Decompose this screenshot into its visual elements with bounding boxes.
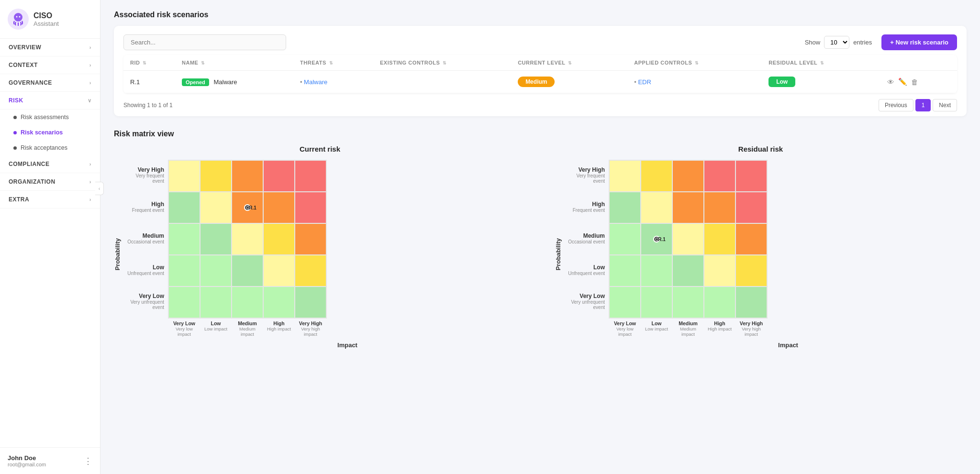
cell-current-level: Medium — [511, 71, 627, 93]
matrix-grid-area: Very HighVery frequent eventHighFrequent… — [125, 160, 526, 319]
matrix-col-labels: Very LowVery low impactLowLow impactMedi… — [610, 320, 967, 337]
risk-matrices-container: Current risk Probability Very HighVery f… — [114, 145, 967, 349]
sidebar-item-overview[interactable]: OVERVIEW › — [0, 39, 100, 56]
matrix-row-label: HighFrequent event — [566, 191, 609, 222]
sidebar-item-risk-acceptances[interactable]: Risk acceptances — [0, 140, 100, 155]
matrix-row-label: HighFrequent event — [125, 191, 168, 222]
threat-link[interactable]: Malware — [304, 78, 327, 86]
sidebar-item-governance[interactable]: GOVERNANCE › — [0, 74, 100, 92]
current-level-badge: Medium — [518, 77, 555, 87]
matrix-col-label: LowLow impact — [641, 320, 672, 337]
control-link[interactable]: EDR — [638, 78, 651, 86]
risk-point-label: R.1 — [249, 205, 256, 210]
matrix-cell — [264, 287, 294, 318]
matrix-cell — [641, 161, 672, 191]
matrix-cell — [736, 161, 767, 191]
risk-matrix-section: Risk matrix view Current risk Probabilit… — [114, 130, 967, 349]
matrix-grid-area: Very HighVery frequent eventHighFrequent… — [566, 160, 967, 319]
sidebar-item-organization[interactable]: ORGANIZATION › — [0, 173, 100, 191]
matrix-row-label: MediumOccasional event — [125, 223, 168, 254]
matrix-col-label: Very HighVery high impact — [736, 320, 767, 337]
risk-matrix-title: Risk matrix view — [114, 130, 967, 138]
col-rid[interactable]: RID ⇅ — [123, 55, 175, 71]
sidebar-item-risk[interactable]: RISK ∨ — [0, 92, 100, 110]
dot-icon — [13, 146, 17, 150]
new-risk-scenario-button[interactable]: + New risk scenario — [881, 34, 957, 50]
sort-icon: ⇅ — [201, 61, 205, 66]
search-input[interactable] — [123, 34, 286, 50]
col-current-level[interactable]: CURRENT LEVEL ⇅ — [511, 55, 627, 71]
next-page-button[interactable]: Next — [933, 99, 957, 111]
matrix-cell — [169, 287, 200, 318]
col-threats[interactable]: THREATS ⇅ — [293, 55, 373, 71]
logo-ciso: CISO — [33, 11, 59, 20]
matrix-cell — [200, 287, 231, 318]
chevron-right-icon: › — [89, 197, 91, 202]
matrix-row-label: LowUnfrequent event — [566, 254, 609, 285]
residual-risk-matrix: Residual risk Probability Very HighVery … — [555, 145, 967, 349]
matrix-cell — [264, 224, 294, 254]
table-row: R.1 Opened Malware Malware Medium EDR — [123, 71, 957, 93]
chevron-right-icon: › — [89, 80, 91, 86]
delete-icon[interactable]: 🗑 — [911, 78, 918, 86]
matrix-col-label: MediumMedium impact — [232, 320, 263, 337]
matrix-cell — [673, 161, 703, 191]
view-icon[interactable]: 👁 — [887, 78, 894, 86]
matrix-row-label: Very LowVery unfrequent event — [125, 286, 168, 317]
matrix-cell — [200, 224, 231, 254]
status-badge: Opened — [182, 78, 209, 86]
row-actions: 👁 ✏️ 🗑 — [887, 77, 950, 86]
chevron-right-icon: › — [89, 44, 91, 50]
matrix-cell — [704, 287, 735, 318]
sidebar-collapse-button[interactable]: ‹ — [95, 182, 104, 195]
matrix-cell — [169, 192, 200, 223]
matrix-cell — [673, 224, 703, 254]
sort-icon: ⇅ — [443, 61, 447, 66]
logo-text: CISO Assistant — [33, 11, 59, 28]
sidebar-item-compliance[interactable]: COMPLIANCE › — [0, 155, 100, 173]
sort-icon: ⇅ — [143, 61, 147, 66]
matrix-cell — [641, 255, 672, 286]
matrix-cell — [610, 255, 640, 286]
matrix-outer: Probability Very HighVery frequent event… — [114, 160, 526, 349]
impact-label: Impact — [610, 342, 967, 349]
matrix-cell — [232, 161, 263, 191]
sidebar-item-risk-assessments[interactable]: Risk assessments — [0, 110, 100, 125]
matrix-row-labels: Very HighVery frequent eventHighFrequent… — [125, 160, 168, 319]
previous-page-button[interactable]: Previous — [879, 99, 913, 111]
sidebar-item-risk-scenarios[interactable]: Risk scenarios — [0, 125, 100, 140]
matrix-cell — [295, 224, 326, 254]
matrix-row-label: LowUnfrequent event — [125, 254, 168, 285]
sidebar-footer: John Doe root@gmail.com ⋮ — [0, 447, 100, 474]
matrix-col-label: HighHigh impact — [264, 320, 294, 337]
prob-label: Probability — [555, 238, 562, 270]
edit-icon[interactable]: ✏️ — [898, 77, 907, 86]
matrix-cell — [673, 287, 703, 318]
entries-select[interactable]: 10 25 50 — [824, 36, 849, 49]
matrix-cell — [704, 224, 735, 254]
chevron-right-icon: › — [89, 179, 91, 185]
cell-residual-level: Low — [762, 71, 880, 93]
sidebar: CISO Assistant OVERVIEW › CONTEXT › GOVE… — [0, 0, 100, 474]
matrix-cell — [736, 192, 767, 223]
matrix-cell — [169, 255, 200, 286]
col-residual-level[interactable]: RESIDUAL LEVEL ⇅ — [762, 55, 880, 71]
matrix-outer: Probability Very HighVery frequent event… — [555, 160, 967, 349]
col-existing-controls[interactable]: EXISTING CONTROLS ⇅ — [373, 55, 511, 71]
col-applied-controls[interactable]: APPLIED CONTROLS ⇅ — [627, 55, 762, 71]
col-name[interactable]: NAME ⇅ — [175, 55, 293, 71]
more-button[interactable]: ⋮ — [84, 456, 92, 466]
svg-point-2 — [16, 16, 18, 18]
cell-row-actions: 👁 ✏️ 🗑 — [880, 71, 957, 93]
sidebar-item-context[interactable]: CONTEXT › — [0, 56, 100, 74]
page-1-button[interactable]: 1 — [915, 99, 931, 111]
matrix-cell — [232, 224, 263, 254]
logo-icon — [8, 9, 29, 30]
matrix-cell — [295, 287, 326, 318]
sidebar-item-extra[interactable]: EXTRA › — [0, 191, 100, 209]
matrix-cell: ⬡R.1 — [232, 192, 263, 223]
residual-level-badge: Low — [768, 77, 795, 87]
risk-point-label: R.1 — [658, 237, 666, 242]
matrix-cell — [295, 255, 326, 286]
cell-existing-controls — [373, 71, 511, 93]
